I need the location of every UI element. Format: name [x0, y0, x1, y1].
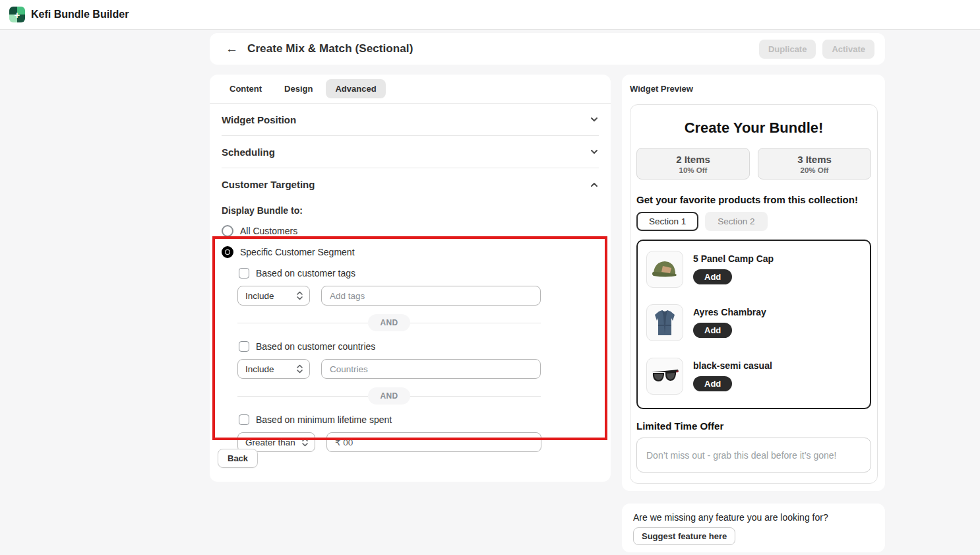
back-button[interactable]: Back	[218, 449, 258, 468]
section-customer-targeting[interactable]: Customer Targeting	[222, 168, 599, 201]
tier-items-label: 2 Items	[676, 154, 710, 165]
duplicate-button[interactable]: Duplicate	[759, 40, 816, 59]
section-scheduling-title: Scheduling	[222, 147, 275, 158]
tier-discount-label: 20% Off	[801, 166, 829, 174]
section-scheduling[interactable]: Scheduling	[222, 136, 599, 168]
checkbox-icon[interactable]	[239, 414, 249, 425]
radio-specific-segment[interactable]: Specific Customer Segment	[222, 246, 599, 258]
product-row: 5 Panel Camp Cap Add	[646, 251, 861, 288]
checkbox-icon[interactable]	[239, 341, 249, 352]
countries-operator-value: Include	[245, 364, 274, 374]
add-button[interactable]: Add	[693, 269, 732, 284]
editor-tabs: Content Design Advanced	[210, 75, 611, 104]
section-1-tab[interactable]: Section 1	[636, 212, 698, 231]
tier-discount-label: 10% Off	[679, 166, 708, 174]
and-divider: AND	[237, 387, 541, 405]
top-bar: + Kefi Bundle Builder	[0, 0, 980, 30]
and-divider: AND	[237, 314, 541, 331]
radio-icon[interactable]	[222, 225, 233, 237]
checkbox-customer-countries-label: Based on customer countries	[256, 341, 375, 352]
display-bundle-label: Display Bundle to:	[222, 205, 599, 216]
and-badge: AND	[368, 314, 410, 331]
customer-targeting-body: Display Bundle to: All Customers Specifi…	[210, 205, 611, 452]
tab-design[interactable]: Design	[275, 79, 322, 98]
product-row: Ayres Chambray Add	[646, 304, 861, 341]
radio-all-customers[interactable]: All Customers	[222, 225, 599, 237]
bundle-title: Create Your Bundle!	[636, 119, 871, 137]
widget-preview-label: Widget Preview	[622, 75, 885, 94]
products-box: 5 Panel Camp Cap Add Ayres Chambray Add	[636, 240, 871, 409]
product-name: black-semi casual	[693, 360, 772, 371]
product-name: Ayres Chambray	[693, 307, 766, 317]
offer-text-input[interactable]	[636, 438, 871, 473]
select-updown-icon	[296, 291, 303, 300]
checkbox-customer-countries[interactable]: Based on customer countries	[239, 341, 599, 352]
countries-rule-row: Include	[237, 359, 599, 379]
section-2-tab[interactable]: Section 2	[705, 212, 767, 231]
and-badge: AND	[368, 387, 410, 405]
tags-operator-value: Include	[245, 291, 274, 301]
checkbox-lifetime-spent-label: Based on minimum lifetime spent	[256, 414, 392, 425]
suggest-feature-button[interactable]: Suggest feature here	[633, 527, 735, 545]
checkbox-customer-tags-label: Based on customer tags	[256, 268, 355, 278]
editor-panel: Content Design Advanced Widget Position …	[210, 75, 611, 482]
page-title: Create Mix & Match (Sectional)	[247, 42, 413, 55]
spent-operator-value: Greater than	[245, 438, 295, 447]
feedback-question: Are we missing any feature you are looki…	[633, 512, 874, 523]
add-button[interactable]: Add	[693, 376, 732, 391]
back-arrow-icon[interactable]: ←	[226, 42, 238, 56]
limited-time-offer-label: Limited Time Offer	[636, 420, 871, 432]
select-updown-icon	[296, 364, 303, 374]
product-row: black-semi casual Add	[646, 358, 861, 395]
checkbox-icon[interactable]	[239, 268, 249, 278]
widget-preview-frame: Create Your Bundle! 2 Items 10% Off 3 It…	[630, 104, 878, 484]
sunglasses-image	[646, 358, 683, 395]
countries-operator-select[interactable]: Include	[237, 359, 310, 379]
countries-input[interactable]	[321, 359, 541, 379]
checkbox-lifetime-spent[interactable]: Based on minimum lifetime spent	[239, 414, 599, 425]
feedback-card: Are we missing any feature you are looki…	[622, 504, 885, 552]
section-widget-position[interactable]: Widget Position	[222, 104, 599, 136]
tab-advanced[interactable]: Advanced	[326, 79, 385, 98]
widget-preview-panel: Widget Preview Create Your Bundle! 2 Ite…	[622, 75, 885, 491]
chevron-up-icon	[590, 180, 599, 189]
radio-all-customers-label: All Customers	[240, 226, 297, 236]
section-customer-targeting-title: Customer Targeting	[222, 179, 315, 190]
add-button[interactable]: Add	[693, 323, 732, 338]
page-header: ← Create Mix & Match (Sectional) Duplica…	[210, 33, 885, 65]
radio-selected-icon[interactable]	[222, 246, 233, 258]
spent-rule-row: Greater than	[237, 432, 599, 452]
app-logo-icon: +	[9, 7, 25, 22]
tags-input[interactable]	[321, 286, 541, 306]
camp-cap-image	[646, 251, 683, 288]
chevron-down-icon	[590, 147, 599, 156]
bundle-tiers: 2 Items 10% Off 3 Items 20% Off	[636, 148, 871, 180]
tier-2-items[interactable]: 2 Items 10% Off	[636, 148, 750, 180]
radio-specific-segment-label: Specific Customer Segment	[240, 247, 355, 257]
header-actions: Duplicate Activate	[759, 40, 874, 59]
collection-heading: Get your favorite products from this col…	[636, 194, 871, 205]
app-name: Kefi Bundle Builder	[31, 9, 129, 20]
activate-button[interactable]: Activate	[822, 40, 874, 59]
section-tabs: Section 1 Section 2	[636, 212, 871, 231]
select-updown-icon	[301, 438, 309, 447]
tab-content[interactable]: Content	[220, 79, 271, 98]
chevron-down-icon	[590, 115, 599, 124]
spent-amount-input[interactable]	[326, 432, 541, 452]
tier-3-items[interactable]: 3 Items 20% Off	[758, 148, 871, 180]
section-widget-position-title: Widget Position	[222, 114, 296, 125]
checkbox-customer-tags[interactable]: Based on customer tags	[239, 268, 599, 278]
chambray-jacket-image	[646, 304, 683, 341]
product-name: 5 Panel Camp Cap	[693, 253, 774, 264]
tags-operator-select[interactable]: Include	[237, 286, 310, 306]
tier-items-label: 3 Items	[797, 154, 832, 165]
tags-rule-row: Include	[237, 286, 599, 306]
